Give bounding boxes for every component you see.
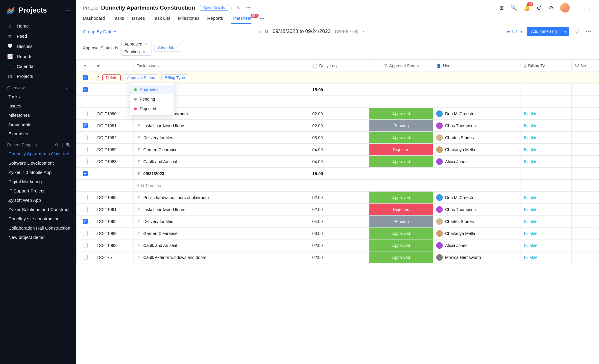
row-approval-status[interactable]: Approved	[369, 239, 433, 251]
tab-task-list[interactable]: Task List	[153, 16, 170, 24]
calendar-icon[interactable]: 🗓	[264, 29, 269, 34]
row-approval-status[interactable]: Rejected	[369, 204, 433, 215]
row-user[interactable]: Alicia Jones	[445, 243, 468, 248]
row-user[interactable]: Alicia Jones	[445, 159, 468, 164]
group-toggle-icon[interactable]: −	[83, 171, 88, 176]
row-billing-type[interactable]: Billable	[524, 255, 537, 260]
approval-status-button[interactable]: Approval Status	[124, 74, 158, 81]
timer-icon[interactable]: ⏱	[537, 5, 542, 11]
recent-project-item[interactable]: Zylker Solutions and Constructi	[0, 205, 76, 214]
nav-item-feed[interactable]: ≣Feed	[0, 31, 76, 41]
row-approval-status[interactable]: Approved	[369, 156, 433, 167]
row-user[interactable]: Don McCreesh	[445, 111, 473, 116]
row-user[interactable]: Monica Hemsworth	[445, 255, 481, 260]
row-checkbox[interactable]	[83, 135, 88, 140]
chip-remove-icon[interactable]: ✕	[145, 42, 148, 46]
row-billing-type[interactable]: Billable	[524, 135, 537, 140]
tabs-more-icon[interactable]: •••	[259, 16, 264, 24]
add-time-log-dropdown-icon[interactable]: ▾	[561, 27, 569, 36]
column-user[interactable]: 👤User	[433, 60, 521, 72]
row-task-name[interactable]: Garden Clearance	[143, 147, 178, 152]
tab-timesheet[interactable]: Timesheet99+	[231, 16, 251, 24]
row-checkbox[interactable]	[83, 195, 88, 200]
approval-option-rejected[interactable]: Rejected	[130, 104, 174, 113]
row-checkbox[interactable]	[83, 159, 88, 164]
recent-settings-icon[interactable]: ⚙	[55, 142, 59, 147]
row-user[interactable]: Chaitanya Mella	[445, 231, 475, 236]
row-user[interactable]: Chris Thompson	[445, 123, 476, 128]
row-billing-type[interactable]: Billable	[524, 219, 537, 224]
user-avatar[interactable]	[560, 3, 570, 13]
row-approval-status[interactable]: Pending	[369, 120, 433, 131]
row-billing-type[interactable]: Billable	[524, 159, 537, 164]
row-checkbox[interactable]	[83, 147, 88, 152]
recent-project-item[interactable]: New project demo	[0, 233, 76, 242]
row-task-name[interactable]: Install hardwood floors	[143, 207, 185, 212]
row-checkbox[interactable]	[83, 243, 88, 248]
tab-issues[interactable]: Issues	[132, 16, 145, 24]
row-user[interactable]: Chris Thompson	[445, 207, 476, 212]
overview-section[interactable]: Overview ⌄	[0, 81, 76, 92]
filter-chip[interactable]: Pending✕	[121, 48, 152, 56]
tab-tasks[interactable]: Tasks	[113, 16, 124, 24]
filter-chip[interactable]: Approved✕	[121, 40, 152, 48]
overview-item-issues[interactable]: Issues	[0, 101, 76, 110]
row-approval-status[interactable]: Rejected	[369, 144, 433, 155]
add-time-log-row[interactable]: Add Time Log	[77, 180, 599, 192]
recent-project-item[interactable]: Donnelly Apartments Construc	[0, 149, 76, 158]
open-details-button[interactable]: Open Details	[200, 5, 228, 11]
search-icon[interactable]: 🔍	[510, 4, 517, 11]
recent-search-icon[interactable]: 🔍	[66, 142, 71, 147]
row-billing-type[interactable]: Billable	[524, 147, 537, 152]
edit-icon[interactable]: ✎	[235, 5, 242, 11]
row-task-name[interactable]: Install hardwood floors	[143, 123, 185, 128]
view-list-dropdown[interactable]: ☰List ▾	[507, 29, 523, 34]
row-approval-status[interactable]: Approved	[369, 251, 433, 263]
row-checkbox[interactable]	[83, 255, 88, 260]
row-approval-status[interactable]: Pending	[369, 216, 433, 227]
row-billing-type[interactable]: Billable	[524, 243, 537, 248]
row-checkbox[interactable]	[83, 219, 88, 224]
row-task-name[interactable]: Garden Clearance	[143, 231, 178, 236]
overview-item-milestones[interactable]: Milestones	[0, 110, 76, 120]
overview-item-tasks[interactable]: Tasks	[0, 92, 76, 101]
row-user[interactable]: Don McCreesh	[445, 195, 473, 200]
overview-item-timesheets[interactable]: Timesheets	[0, 120, 76, 129]
add-icon[interactable]: ⊞	[499, 4, 504, 11]
filter-icon[interactable]: ▽	[574, 28, 580, 35]
row-task-name[interactable]: Caulk and Air seal	[143, 243, 177, 248]
row-user[interactable]: Charles Stones	[445, 135, 474, 140]
tab-reports[interactable]: Reports	[207, 16, 223, 24]
row-billing-type[interactable]: Billable	[524, 195, 537, 200]
row-billing-type[interactable]: Billable	[524, 111, 537, 116]
row-user[interactable]: Charles Stones	[445, 219, 474, 224]
settings-icon[interactable]: ⚙	[549, 4, 553, 11]
column-daily-log[interactable]: 🕘Daily Log	[309, 60, 369, 72]
more-toolbar-icon[interactable]: •••	[584, 28, 592, 35]
column-task[interactable]: Task/Issues	[134, 60, 309, 72]
tab-milestones[interactable]: Milestones	[178, 16, 199, 24]
row-billing-type[interactable]: Billable	[524, 123, 537, 128]
selection-toggle-icon[interactable]: −	[83, 75, 88, 80]
row-checkbox[interactable]	[83, 207, 88, 212]
clear-filter-button[interactable]: Clear filter	[154, 44, 180, 52]
approval-option-approved[interactable]: Approved	[130, 85, 174, 94]
nav-item-discuss[interactable]: 💬Discuss	[0, 41, 76, 51]
nav-item-reports[interactable]: 📈Reports	[0, 51, 76, 61]
row-task-name[interactable]: Polish hardwood floors of playroom	[143, 195, 209, 200]
prev-week-icon[interactable]: ‹	[259, 29, 260, 34]
recent-project-item[interactable]: Zylsoft Web App	[0, 195, 76, 205]
column-number[interactable]: #	[94, 60, 134, 72]
row-approval-status[interactable]: Approved	[369, 132, 433, 143]
group-toggle-icon[interactable]: −	[83, 87, 88, 92]
more-icon[interactable]: •••	[245, 5, 252, 10]
overview-item-expenses[interactable]: Expenses	[0, 129, 76, 138]
row-task-name[interactable]: Delivery for tiles	[143, 135, 173, 140]
nav-item-calendar[interactable]: 🗓Calendar	[0, 61, 76, 71]
row-user[interactable]: Chaitanya Mella	[445, 147, 475, 152]
expand-all-header[interactable]: »	[77, 60, 94, 72]
row-approval-status[interactable]: Approved	[369, 192, 433, 203]
sidebar-toggle-icon[interactable]: ☰	[65, 7, 70, 14]
recent-project-item[interactable]: Zylker 7.0 Mobile App	[0, 168, 76, 177]
recent-project-item[interactable]: Donelley site construction	[0, 214, 76, 223]
